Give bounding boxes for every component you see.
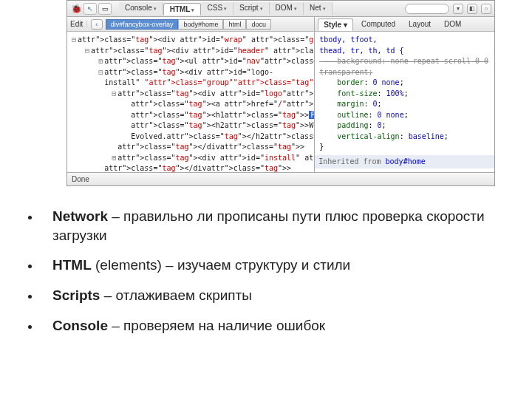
tab-dom[interactable]: DOM▾ — [270, 2, 304, 15]
main-toolbar: 🐞 ↖ ▭ Console▾ HTML▾ CSS▾ Script▾ DOM▾ N… — [67, 1, 494, 17]
list-item: HTML (elements) – изучаем структуру и ст… — [41, 256, 499, 275]
list-item: Console – проверяем на наличие ошибок — [41, 316, 499, 335]
right-sub-toolbar: Style ▾ Computed Layout DOM — [315, 17, 494, 32]
minimize-icon[interactable]: ▾ — [453, 4, 463, 14]
toggle-icon[interactable]: ▭ — [98, 3, 112, 15]
dom-tree[interactable]: ⊟attr">class="tag"><div attr">id="wrap" … — [67, 32, 314, 172]
tab-html[interactable]: HTML▾ — [163, 3, 202, 16]
rtab-dom[interactable]: DOM — [439, 18, 466, 30]
chevron-down-icon: ▾ — [341, 21, 347, 29]
crumb[interactable]: docu — [246, 19, 271, 30]
chevron-down-icon: ▾ — [191, 7, 194, 13]
css-pane[interactable]: tbody, tfoot,thead, tr, th, td { backgro… — [315, 32, 494, 172]
edit-button[interactable]: Edit — [70, 20, 83, 28]
main-tabs: Console▾ HTML▾ CSS▾ Script▾ DOM▾ Net▾ — [119, 2, 332, 15]
right-pane: Style ▾ Computed Layout DOM tbody, tfoot… — [315, 17, 494, 172]
tab-net[interactable]: Net▾ — [304, 2, 332, 15]
firebug-panel: 🐞 ↖ ▭ Console▾ HTML▾ CSS▾ Script▾ DOM▾ N… — [66, 0, 495, 186]
tab-script[interactable]: Script▾ — [233, 2, 270, 15]
inspect-icon[interactable]: ↖ — [83, 3, 97, 15]
left-pane: Edit | ‹ div#fancybox-overlay body#home … — [67, 17, 315, 172]
search-input[interactable] — [405, 4, 449, 14]
chevron-down-icon: ▾ — [154, 6, 157, 11]
tab-css[interactable]: CSS▾ — [201, 2, 233, 15]
crumb[interactable]: html — [223, 19, 246, 30]
chevron-down-icon: ▾ — [323, 6, 326, 11]
nav-back-icon[interactable]: ‹ — [91, 19, 103, 30]
left-sub-toolbar: Edit | ‹ div#fancybox-overlay body#home … — [67, 17, 314, 32]
crumb[interactable]: body#home — [178, 19, 223, 30]
status-bar: Done — [67, 172, 494, 185]
list-item: Scripts – отлаживаем скрипты — [41, 286, 499, 305]
popout-icon[interactable]: ◧ — [467, 4, 477, 14]
rtab-style[interactable]: Style ▾ — [318, 18, 353, 31]
chevron-down-icon: ▾ — [294, 6, 297, 11]
crumb-selected[interactable]: div#fancybox-overlay — [106, 19, 179, 30]
chevron-down-icon: ▾ — [260, 6, 263, 11]
search-box — [405, 4, 449, 14]
bullet-list: Network – правильно ли прописаны пути пл… — [41, 207, 499, 335]
tab-console[interactable]: Console▾ — [119, 2, 163, 15]
rtab-computed[interactable]: Computed — [356, 18, 400, 30]
panes: Edit | ‹ div#fancybox-overlay body#home … — [67, 17, 494, 172]
breadcrumb: div#fancybox-overlay body#home html docu — [106, 19, 271, 30]
firebug-icon[interactable]: 🐞 — [70, 3, 82, 15]
chevron-down-icon: ▾ — [224, 6, 227, 11]
list-item: Network – правильно ли прописаны пути пл… — [41, 207, 499, 245]
close-icon[interactable]: ○ — [481, 4, 491, 14]
rtab-layout[interactable]: Layout — [403, 18, 436, 30]
